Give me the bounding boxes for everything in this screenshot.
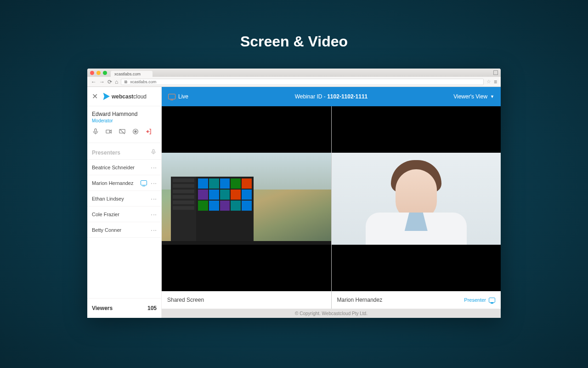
forward-icon[interactable]: → [99,79,105,85]
presenters-label: Presenters [92,150,120,156]
user-role: Moderator [92,118,157,123]
viewers-row[interactable]: Viewers 105 [87,298,161,318]
view-selector[interactable]: Viewer's View ▼ [453,93,494,100]
mic-icon[interactable] [92,128,99,137]
sidebar-header: ✕ webcastcloud [87,87,161,106]
more-icon[interactable]: ⋮ [150,211,158,217]
presenter-item[interactable]: Cole Frazier ⋮ [87,207,161,222]
live-indicator: Live [168,93,188,100]
presenter-item[interactable]: Beatrice Schneider ⋮ [87,160,161,175]
window-controls[interactable] [90,71,107,75]
browser-tabbar: xcastlabs.com [87,69,501,77]
mic-icon[interactable] [150,149,157,156]
presenter-thumb [332,106,501,291]
presenter-name: Ethan Lindsey [92,196,124,201]
browser-window: xcastlabs.com ← → ⟳ ⌂ 🗎xcastlabs.com ☆ ≡… [87,69,501,318]
tab-title: xcastlabs.com [114,72,141,76]
back-icon[interactable]: ← [91,79,96,85]
presenter-name: Marion Hernandez [92,180,134,186]
shared-screen-pane: Shared Screen [162,106,331,309]
close-icon[interactable]: ✕ [92,92,98,101]
presenter-item[interactable]: Ethan Lindsey ⋮ [87,191,161,207]
live-label: Live [178,93,188,100]
more-icon[interactable]: ⋮ [150,164,158,170]
chevron-down-icon: ▼ [490,94,494,99]
presenters-list: Beatrice Schneider ⋮ Marion Hernandez ⋮ … [87,160,161,238]
leave-icon[interactable] [145,128,153,137]
url-text: xcastlabs.com [130,80,156,84]
webinar-id: Webinar ID - 1102-1102-1111 [295,93,368,100]
viewers-count: 105 [147,305,157,311]
svg-point-5 [135,131,136,132]
browser-tab[interactable]: xcastlabs.com [111,71,153,78]
menu-icon[interactable]: ≡ [494,79,497,85]
maximize-icon[interactable] [493,70,498,75]
monitor-icon [168,94,175,99]
presenter-item[interactable]: Betty Conner ⋮ [87,222,161,238]
browser-toolbar: ← → ⟳ ⌂ 🗎xcastlabs.com ☆ ≡ [87,77,501,87]
viewers-label: Viewers [92,305,113,311]
more-icon[interactable]: ⋮ [150,180,158,186]
app-root: ✕ webcastcloud Edward Hammond Moderator [87,87,501,318]
more-icon[interactable]: ⋮ [150,227,158,233]
video-stage: Shared Screen Marion Hernandez Presenter [162,106,501,309]
footer: © Copyright. Webcastcloud Pty Ltd. [162,309,501,318]
record-icon[interactable] [132,128,139,137]
user-name: Edward Hammond [92,111,157,117]
caption-text: Shared Screen [167,297,204,303]
logo-text: webcastcloud [112,93,147,100]
reload-icon[interactable]: ⟳ [107,79,112,85]
pane-caption: Marion Hernandez Presenter [332,291,501,309]
presenter-item[interactable]: Marion Hernandez ⋮ [87,175,161,191]
camera-icon[interactable] [105,128,113,137]
sidebar: ✕ webcastcloud Edward Hammond Moderator [87,87,162,318]
screenshare-off-icon[interactable] [119,128,126,137]
main-area: Live Webinar ID - 1102-1102-1111 Viewer'… [162,87,501,318]
screen-icon [141,180,147,185]
presenter-badge: Presenter [464,297,495,303]
svg-rect-1 [106,130,110,133]
logo-mark-icon [102,93,110,100]
more-icon[interactable]: ⋮ [150,196,158,201]
svg-rect-6 [153,150,154,152]
svg-rect-0 [95,129,96,132]
bookmark-icon[interactable]: ☆ [486,79,491,85]
view-label: Viewer's View [453,93,487,100]
caption-text: Marion Hernandez [337,297,383,303]
home-icon[interactable]: ⌂ [115,79,118,85]
presenters-header: Presenters [87,143,161,160]
logo[interactable]: webcastcloud [102,93,147,100]
topbar: Live Webinar ID - 1102-1102-1111 Viewer'… [162,87,501,106]
screen-icon [489,298,495,303]
address-bar[interactable]: 🗎xcastlabs.com [121,79,484,85]
presenter-name: Betty Conner [92,227,121,233]
page-heading: Screen & Video [0,0,588,69]
presenter-pane: Marion Hernandez Presenter [331,106,501,309]
presenter-name: Cole Frazier [92,212,119,217]
presenter-name: Beatrice Schneider [92,165,135,170]
user-controls [92,128,157,137]
current-user: Edward Hammond Moderator [87,106,161,143]
shared-screen-thumb [162,106,331,291]
pane-caption: Shared Screen [162,291,331,309]
